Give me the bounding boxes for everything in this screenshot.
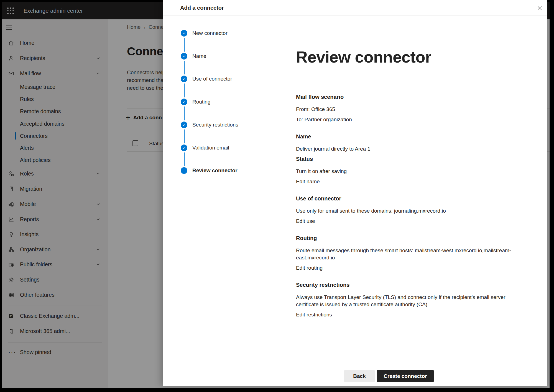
step-complete-check-icon bbox=[181, 76, 187, 82]
step-connector-line bbox=[184, 129, 185, 143]
section-heading-use-of-connector: Use of connector bbox=[296, 195, 534, 202]
edit-name-link[interactable]: Edit name bbox=[296, 178, 320, 185]
section-text: Route email messages through these smart… bbox=[296, 247, 534, 261]
step-connector-line bbox=[184, 152, 185, 166]
section-text: Use only for email sent to these domains… bbox=[296, 207, 534, 215]
review-section: Mail flow scenarioFrom: Office 365To: Pa… bbox=[296, 94, 534, 123]
create-connector-button[interactable]: Create connector bbox=[377, 370, 434, 382]
wizard-step-validation-email[interactable]: Validation email bbox=[163, 145, 276, 151]
wizard-step-review-connector[interactable]: Review connector bbox=[163, 167, 276, 174]
section-heading-routing: Routing bbox=[296, 235, 534, 242]
section-text: Always use Transport Layer Security (TLS… bbox=[296, 294, 534, 308]
wizard-step-label: Review connector bbox=[192, 167, 238, 174]
review-content: Review connector Mail flow scenarioFrom:… bbox=[296, 48, 534, 318]
section-heading-name: Name bbox=[296, 133, 534, 140]
section-text: From: Office 365 bbox=[296, 106, 534, 113]
section-heading-status: Status bbox=[296, 156, 534, 163]
wizard-step-security-restrictions[interactable]: Security restrictions bbox=[163, 122, 276, 128]
step-complete-check-icon bbox=[181, 30, 187, 37]
review-section: Use of connectorUse only for email sent … bbox=[296, 195, 534, 225]
wizard-steps-panel: New connectorNameUse of connectorRouting… bbox=[163, 16, 276, 366]
step-complete-check-icon bbox=[181, 122, 187, 128]
review-section: NameDeliver journal directly to Area 1St… bbox=[296, 133, 534, 185]
step-complete-check-icon bbox=[181, 53, 187, 60]
review-section: RoutingRoute email messages through thes… bbox=[296, 235, 534, 272]
review-section: Security restrictionsAlways use Transpor… bbox=[296, 282, 534, 318]
wizard-step-label: Routing bbox=[192, 99, 211, 105]
dialog-header: Add a connector bbox=[163, 0, 547, 16]
close-icon[interactable] bbox=[536, 4, 543, 12]
wizard-step-name[interactable]: Name bbox=[163, 53, 276, 60]
wizard-step-label: Security restrictions bbox=[192, 122, 238, 128]
wizard-step-label: Use of connector bbox=[192, 76, 232, 82]
step-complete-check-icon bbox=[181, 145, 187, 151]
dialog-footer: Back Create connector bbox=[163, 366, 547, 386]
edit-use-link[interactable]: Edit use bbox=[296, 218, 315, 225]
step-current-dot-icon bbox=[181, 167, 187, 174]
section-text: Deliver journal directly to Area 1 bbox=[296, 145, 534, 153]
wizard-step-use-of-connector[interactable]: Use of connector bbox=[163, 76, 276, 82]
section-text: Turn it on after saving bbox=[296, 168, 534, 175]
section-text: To: Partner organization bbox=[296, 116, 534, 123]
step-complete-check-icon bbox=[181, 99, 187, 105]
step-connector-line bbox=[184, 83, 185, 97]
review-sections: Mail flow scenarioFrom: Office 365To: Pa… bbox=[296, 94, 534, 318]
add-connector-dialog: Add a connector New connectorNameUse of … bbox=[163, 0, 547, 386]
wizard-step-label: Name bbox=[192, 53, 206, 60]
wizard-step-label: New connector bbox=[192, 30, 228, 37]
step-connector-line bbox=[184, 61, 185, 74]
section-heading-mail-flow-scenario: Mail flow scenario bbox=[296, 94, 534, 100]
wizard-step-routing[interactable]: Routing bbox=[163, 99, 276, 105]
step-connector-line bbox=[184, 38, 185, 52]
edit-restrictions-link[interactable]: Edit restrictions bbox=[296, 311, 332, 318]
dialog-title: Add a connector bbox=[180, 0, 224, 16]
edit-routing-link[interactable]: Edit routing bbox=[296, 264, 323, 272]
review-title: Review connector bbox=[296, 48, 534, 66]
step-connector-line bbox=[184, 106, 185, 120]
wizard-step-new-connector[interactable]: New connector bbox=[163, 30, 276, 37]
wizard-step-label: Validation email bbox=[192, 145, 229, 151]
back-button[interactable]: Back bbox=[344, 370, 375, 382]
section-heading-security-restrictions: Security restrictions bbox=[296, 282, 534, 288]
